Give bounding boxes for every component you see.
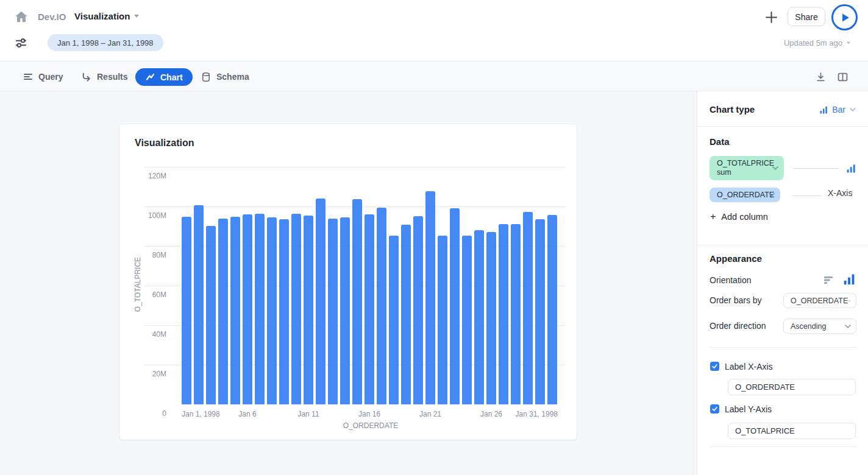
section-divider <box>697 245 868 245</box>
download-icon <box>816 72 826 82</box>
chevron-down-icon <box>134 15 139 18</box>
orientation-horizontal-button[interactable] <box>824 276 834 286</box>
bar[interactable] <box>462 236 472 404</box>
chart-type-select[interactable]: Bar <box>820 105 856 114</box>
x-column-pill[interactable]: O_ORDERDATE <box>710 188 780 202</box>
plot-area: 020M40M60M80M100M120MJan 1, 1998Jan 6Jan… <box>119 124 577 440</box>
bar[interactable] <box>499 224 508 404</box>
updated-status[interactable]: Updated 5m ago <box>784 38 851 47</box>
bar[interactable] <box>450 208 460 404</box>
bar[interactable] <box>279 219 289 404</box>
tab-chart-active[interactable]: Chart <box>135 68 193 86</box>
bar[interactable] <box>365 214 374 404</box>
y-tick-label: 60M <box>119 290 166 299</box>
order-direction-value: Ascending <box>791 322 826 331</box>
chart-settings-sidebar: Chart type Bar Data O_TOTALPRICE sum O_O… <box>697 91 868 475</box>
order-direction-select[interactable]: Ascending <box>783 318 856 334</box>
label-x-axis-checkbox[interactable] <box>710 362 719 371</box>
bar[interactable] <box>535 219 545 404</box>
bar[interactable] <box>230 217 240 404</box>
line-chart-icon <box>145 72 155 82</box>
tab-query[interactable]: Query <box>23 62 63 91</box>
download-button[interactable] <box>816 72 826 84</box>
x-axis-title: O_ORDERDATE <box>279 421 462 430</box>
bar[interactable] <box>547 215 557 404</box>
results-arrow-icon <box>81 72 91 82</box>
bar[interactable] <box>316 199 326 404</box>
bar[interactable] <box>255 214 265 404</box>
tab-schema[interactable]: Schema <box>201 62 249 91</box>
bar[interactable] <box>291 214 301 404</box>
y-tick-label: 0 <box>119 409 166 418</box>
view-tabbar: Query Results Chart Schema <box>0 62 868 91</box>
bar[interactable] <box>401 225 411 404</box>
add-column-label: Add column <box>721 212 768 222</box>
label-x-axis-label: Label X-Axis <box>725 362 773 371</box>
doc-title-menu[interactable]: Visualization <box>74 11 139 21</box>
series-column-pill[interactable]: O_TOTALPRICE sum <box>710 156 784 180</box>
bar[interactable] <box>389 236 399 404</box>
add-column-button[interactable]: + Add column <box>710 211 768 222</box>
filters-button[interactable] <box>15 37 27 51</box>
x-tick-label: Jan 21 <box>419 410 441 418</box>
run-button[interactable] <box>831 4 858 30</box>
home-button[interactable] <box>13 9 29 27</box>
date-range-filter[interactable]: Jan 1, 1998 – Jan 31, 1998 <box>48 34 163 51</box>
order-bars-by-select[interactable]: O_ORDERDATE <box>783 293 856 308</box>
label-y-axis-checkbox[interactable] <box>710 404 719 413</box>
bar[interactable] <box>438 236 447 404</box>
vertical-bars-icon <box>844 273 855 285</box>
bar[interactable] <box>425 191 435 404</box>
horizontal-bars-icon <box>824 276 834 284</box>
bar[interactable] <box>413 216 423 404</box>
bar[interactable] <box>182 217 191 404</box>
x-tick-label: Jan 26 <box>480 410 502 418</box>
bar[interactable] <box>377 208 386 404</box>
y-tick-label: 100M <box>119 211 166 220</box>
tab-label: Chart <box>160 72 183 82</box>
bar[interactable] <box>523 212 533 404</box>
x-tick-label: Jan 1, 1998 <box>182 410 220 418</box>
bar[interactable] <box>340 217 350 404</box>
tab-label: Query <box>38 72 63 82</box>
add-button[interactable] <box>764 10 778 26</box>
bar[interactable] <box>352 199 362 404</box>
label-y-axis-label: Label Y-Axis <box>725 404 772 414</box>
query-lines-icon <box>23 72 33 82</box>
bar[interactable] <box>206 226 216 404</box>
bar[interactable] <box>511 224 521 404</box>
bar[interactable] <box>304 216 313 404</box>
chart-type-value: Bar <box>832 105 845 114</box>
chevron-down-icon <box>847 41 851 44</box>
bar[interactable] <box>194 205 204 404</box>
tab-results[interactable]: Results <box>81 62 128 91</box>
bar[interactable] <box>474 230 484 404</box>
split-view-icon <box>838 72 848 82</box>
appearance-heading: Appearance <box>710 253 762 264</box>
y-tick-label: 120M <box>119 172 166 180</box>
bar[interactable] <box>218 219 228 404</box>
tab-label: Results <box>97 72 128 82</box>
x-axis-role-label: X-Axis <box>828 188 852 198</box>
x-axis-label-input[interactable] <box>728 379 856 395</box>
bar[interactable] <box>267 217 277 404</box>
x-tick-label: Jan 11 <box>297 410 319 418</box>
bar[interactable] <box>328 219 338 404</box>
chevron-down-icon <box>850 108 856 111</box>
split-view-button[interactable] <box>838 72 848 83</box>
bar[interactable] <box>243 214 252 404</box>
chevron-down-icon <box>769 193 775 197</box>
chevron-down-icon <box>845 325 851 328</box>
bar[interactable] <box>486 232 496 404</box>
tab-label: Schema <box>216 72 249 82</box>
y-tick-label: 80M <box>119 251 166 259</box>
home-icon <box>13 9 29 25</box>
mapping-connector <box>792 195 822 196</box>
y-axis-label-input[interactable] <box>728 423 856 439</box>
share-button[interactable]: Share <box>788 7 825 26</box>
orientation-vertical-button[interactable] <box>844 273 855 287</box>
orientation-label: Orientation <box>710 275 751 285</box>
section-divider <box>697 126 868 127</box>
bar-chart-icon <box>820 106 828 114</box>
play-icon <box>841 13 850 23</box>
